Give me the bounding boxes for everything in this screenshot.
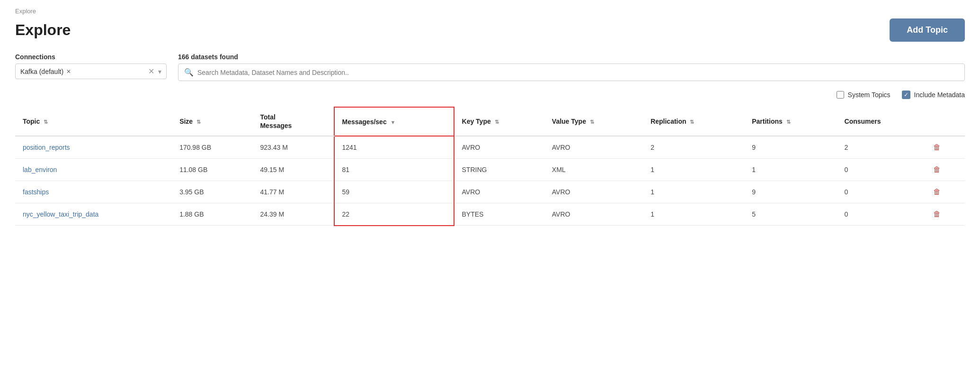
table-cell: 9 [744, 136, 837, 159]
add-topic-button[interactable]: Add Topic [890, 18, 965, 42]
table-cell: 1 [744, 159, 837, 181]
delete-cell: 🗑 [926, 203, 965, 226]
table-cell: 49.15 M [252, 159, 334, 181]
sort-icon-replication: ⇅ [690, 119, 694, 125]
sort-icon-messages-per-sec: ▼ [391, 119, 396, 125]
sort-icon-value-type: ⇅ [590, 119, 594, 125]
search-section: 166 datasets found 🔍 [178, 53, 965, 81]
col-header-actions [926, 107, 965, 136]
system-topics-checkbox[interactable] [837, 91, 844, 99]
table-cell[interactable]: lab_environ [15, 159, 172, 181]
delete-cell: 🗑 [926, 159, 965, 181]
connections-clear-button[interactable]: ✕ [148, 67, 154, 76]
connections-label: Connections [15, 53, 167, 61]
col-header-consumers: Consumers [837, 107, 926, 136]
filters-row: Connections Kafka (default) ✕ ✕ ▾ 166 da… [15, 53, 965, 81]
table-cell: 2 [643, 136, 744, 159]
table-row: nyc_yellow_taxi_trip_data1.88 GB24.39 M2… [15, 203, 965, 226]
delete-cell: 🗑 [926, 181, 965, 203]
table-cell: 1241 [334, 136, 454, 159]
page-title: Explore [15, 21, 71, 39]
header-row: Explore Add Topic [15, 18, 965, 42]
table-cell: 170.98 GB [172, 136, 252, 159]
connection-tag: Kafka (default) ✕ [20, 68, 71, 75]
col-header-key-type[interactable]: Key Type ⇅ [454, 107, 544, 136]
delete-row-button[interactable]: 🗑 [933, 210, 941, 218]
table-cell: BYTES [454, 203, 544, 226]
datasets-found: 166 datasets found [178, 53, 965, 61]
connection-remove-button[interactable]: ✕ [66, 68, 71, 75]
col-header-replication[interactable]: Replication ⇅ [643, 107, 744, 136]
delete-cell: 🗑 [926, 136, 965, 159]
table-cell: 59 [334, 181, 454, 203]
table-cell: 1 [643, 203, 744, 226]
table-cell: 41.77 M [252, 181, 334, 203]
col-header-messages-per-sec[interactable]: Messages/sec ▼ [334, 107, 454, 136]
table-cell: AVRO [544, 136, 643, 159]
table-cell: 1 [643, 159, 744, 181]
sort-icon-topic: ⇅ [44, 119, 48, 125]
table-row: position_reports170.98 GB923.43 M1241AVR… [15, 136, 965, 159]
table-cell: 22 [334, 203, 454, 226]
sort-icon-key-type: ⇅ [495, 119, 499, 125]
table-cell[interactable]: nyc_yellow_taxi_trip_data [15, 203, 172, 226]
table-cell: 11.08 GB [172, 159, 252, 181]
sort-icon-size: ⇅ [196, 119, 201, 125]
col-header-topic[interactable]: Topic ⇅ [15, 107, 172, 136]
delete-row-button[interactable]: 🗑 [933, 165, 941, 174]
breadcrumb: Explore [15, 8, 965, 15]
table-row: lab_environ11.08 GB49.15 M81STRINGXML110… [15, 159, 965, 181]
search-box: 🔍 [178, 64, 965, 81]
col-header-value-type[interactable]: Value Type ⇅ [544, 107, 643, 136]
delete-row-button[interactable]: 🗑 [933, 143, 941, 152]
table-header-row: Topic ⇅ Size ⇅ TotalMessages Messages/se… [15, 107, 965, 136]
connection-tag-label: Kafka (default) [20, 68, 63, 75]
table-cell: AVRO [544, 181, 643, 203]
include-metadata-checkbox[interactable]: ✓ [902, 91, 910, 99]
table-cell: 2 [837, 136, 926, 159]
table-cell: AVRO [454, 136, 544, 159]
data-table: Topic ⇅ Size ⇅ TotalMessages Messages/se… [15, 107, 965, 226]
connections-section: Connections Kafka (default) ✕ ✕ ▾ [15, 53, 167, 79]
connections-chevron-button[interactable]: ▾ [158, 68, 161, 75]
options-row: System Topics ✓ Include Metadata [15, 91, 965, 99]
include-metadata-label: Include Metadata [914, 91, 965, 99]
table-cell: 81 [334, 159, 454, 181]
table-cell: 1.88 GB [172, 203, 252, 226]
table-cell[interactable]: position_reports [15, 136, 172, 159]
table-cell: 0 [837, 159, 926, 181]
table-cell[interactable]: fastships [15, 181, 172, 203]
table-cell: 923.43 M [252, 136, 334, 159]
table-cell: 0 [837, 181, 926, 203]
sort-icon-partitions: ⇅ [786, 119, 791, 125]
table-cell: 9 [744, 181, 837, 203]
table-cell: 5 [744, 203, 837, 226]
include-metadata-option[interactable]: ✓ Include Metadata [902, 91, 965, 99]
table-cell: 3.95 GB [172, 181, 252, 203]
col-header-partitions[interactable]: Partitions ⇅ [744, 107, 837, 136]
table-row: fastships3.95 GB41.77 M59AVROAVRO190🗑 [15, 181, 965, 203]
table-cell: AVRO [454, 181, 544, 203]
system-topics-label: System Topics [848, 91, 891, 99]
delete-row-button[interactable]: 🗑 [933, 188, 941, 196]
system-topics-option[interactable]: System Topics [837, 91, 891, 99]
connections-input[interactable]: Kafka (default) ✕ ✕ ▾ [15, 64, 167, 79]
search-icon: 🔍 [184, 68, 194, 77]
table-cell: 0 [837, 203, 926, 226]
table-cell: XML [544, 159, 643, 181]
table-cell: AVRO [544, 203, 643, 226]
table-cell: STRING [454, 159, 544, 181]
table-cell: 24.39 M [252, 203, 334, 226]
search-input[interactable] [197, 69, 959, 76]
table-cell: 1 [643, 181, 744, 203]
col-header-size[interactable]: Size ⇅ [172, 107, 252, 136]
col-header-total-messages: TotalMessages [252, 107, 334, 136]
